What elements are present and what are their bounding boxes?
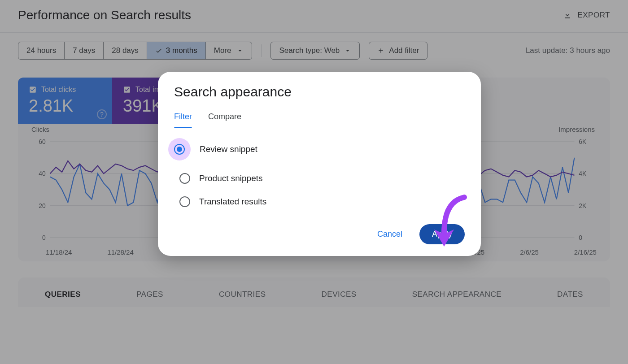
modal-actions: Cancel Apply — [174, 224, 465, 244]
radio-selected-icon — [174, 144, 185, 155]
radio-unselected-icon — [179, 173, 190, 184]
search-appearance-modal: Search appearance Filter Compare Review … — [158, 72, 481, 256]
modal-title: Search appearance — [174, 84, 465, 100]
radio-unselected-icon — [179, 196, 190, 207]
selection-highlight — [168, 138, 191, 160]
option-product-snippets[interactable]: Product snippets — [174, 173, 465, 184]
option-label: Review snippet — [200, 144, 257, 154]
option-label: Translated results — [199, 197, 266, 207]
modal-tabs: Filter Compare — [174, 108, 465, 128]
filter-options: Review snippet Product snippets Translat… — [174, 128, 465, 212]
option-review-snippet[interactable]: Review snippet — [174, 138, 465, 160]
apply-button[interactable]: Apply — [419, 224, 465, 244]
modal-tab-compare[interactable]: Compare — [208, 108, 241, 128]
modal-tab-filter[interactable]: Filter — [174, 108, 192, 128]
cancel-button[interactable]: Cancel — [373, 226, 407, 243]
option-translated-results[interactable]: Translated results — [174, 196, 465, 207]
option-label: Product snippets — [199, 173, 263, 183]
